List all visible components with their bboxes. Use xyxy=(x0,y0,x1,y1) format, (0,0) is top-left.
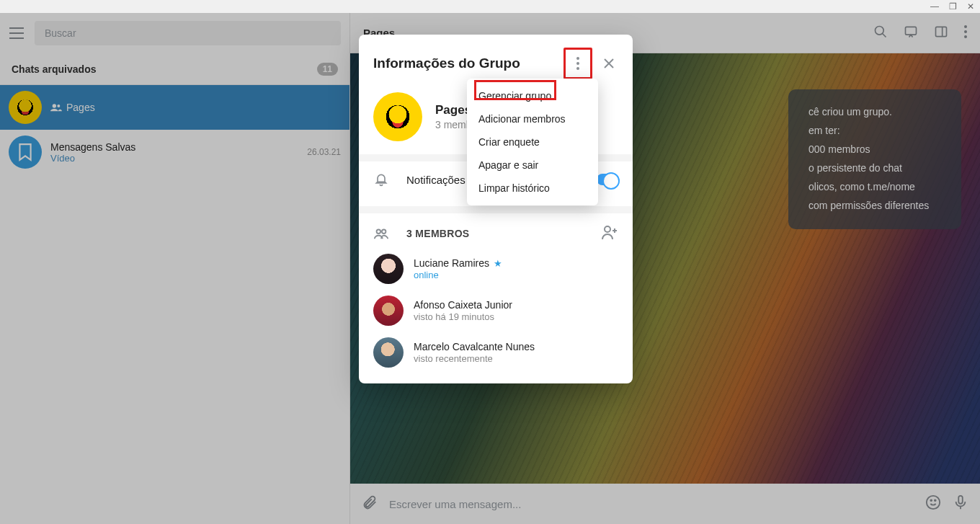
member-status: visto há 19 minutos xyxy=(414,311,512,322)
member-row[interactable]: Marcelo Cavalcante Nunes visto recenteme… xyxy=(359,332,633,373)
member-name: Marcelo Cavalcante Nunes xyxy=(414,341,535,352)
modal-title: Informações do Grupo xyxy=(373,55,559,71)
modal-close-button[interactable] xyxy=(597,51,621,76)
menu-item-create-poll[interactable]: Criar enquete xyxy=(467,130,598,154)
svg-point-17 xyxy=(576,57,579,60)
menu-item-add-members[interactable]: Adicionar membros xyxy=(467,107,598,130)
member-avatar xyxy=(373,337,404,368)
member-row[interactable]: Afonso Caixeta Junior visto há 19 minuto… xyxy=(359,290,633,332)
svg-point-18 xyxy=(576,62,579,65)
svg-point-24 xyxy=(605,226,610,232)
group-avatar[interactable] xyxy=(373,92,422,141)
member-status: online xyxy=(414,270,502,280)
svg-point-23 xyxy=(382,230,386,234)
member-row[interactable]: Luciane Ramires ★ online xyxy=(359,248,633,290)
member-avatar xyxy=(373,254,404,284)
modal-more-button[interactable] xyxy=(566,51,590,76)
group-actions-menu: Gerenciar grupo Adicionar membros Criar … xyxy=(467,79,598,205)
window-close-button[interactable]: ✕ xyxy=(967,2,974,11)
section-divider xyxy=(359,206,633,213)
annotation-box-more xyxy=(564,48,592,79)
members-header-label: 3 MEMBROS xyxy=(406,228,584,239)
menu-item-clear-history[interactable]: Limpar histórico xyxy=(467,177,598,200)
members-icon xyxy=(373,227,389,240)
window-maximize-button[interactable]: ❐ xyxy=(949,2,957,11)
owner-star-icon: ★ xyxy=(494,258,502,269)
bell-icon xyxy=(373,172,389,187)
member-avatar xyxy=(373,296,404,326)
member-name: Luciane Ramires xyxy=(414,257,489,269)
member-name: Afonso Caixeta Junior xyxy=(414,299,512,311)
menu-item-manage-group[interactable]: Gerenciar grupo xyxy=(467,84,598,107)
add-member-button[interactable] xyxy=(601,225,618,242)
member-status: visto recentemente xyxy=(414,353,535,364)
notifications-toggle[interactable] xyxy=(597,174,618,185)
window-minimize-button[interactable]: — xyxy=(930,2,939,11)
svg-point-19 xyxy=(576,67,579,70)
menu-item-leave[interactable]: Apagar e sair xyxy=(467,154,598,177)
svg-point-22 xyxy=(377,230,381,234)
window-titlebar: — ❐ ✕ xyxy=(0,0,980,13)
